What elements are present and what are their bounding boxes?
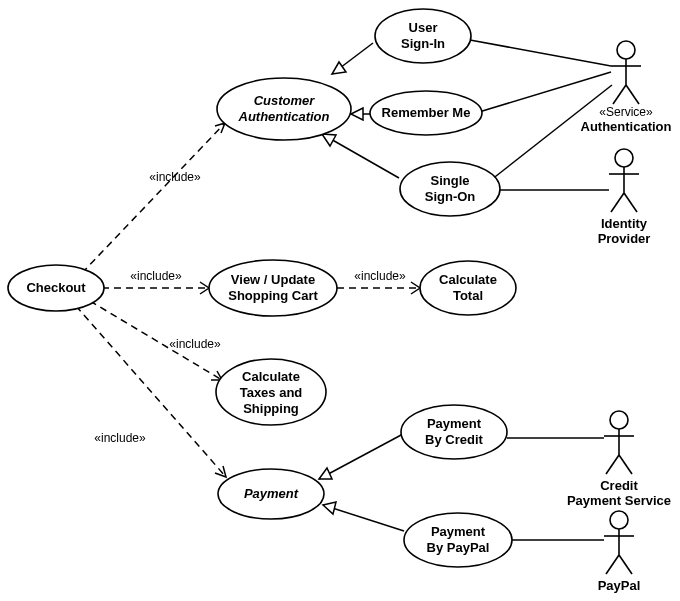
usecase-payment-by-credit: Payment By Credit bbox=[401, 405, 507, 459]
actor-authentication: «Service» Authentication bbox=[581, 41, 672, 134]
svg-text:«include»: «include» bbox=[130, 269, 182, 283]
svg-text:«include»: «include» bbox=[169, 337, 221, 351]
svg-text:Remember Me: Remember Me bbox=[382, 105, 471, 120]
actor-authentication-label: Authentication bbox=[581, 119, 672, 134]
usecase-payment: Payment bbox=[218, 469, 324, 519]
svg-line-19 bbox=[619, 555, 632, 574]
svg-text:«include»: «include» bbox=[354, 269, 406, 283]
usecase-payment-by-paypal: Payment By PayPal bbox=[404, 513, 512, 567]
gen-credit-to-payment bbox=[319, 434, 403, 479]
usecase-calculate-taxes-shipping: Calculate Taxes and Shipping bbox=[216, 359, 326, 425]
actor-credit-label1: Credit bbox=[600, 478, 638, 493]
gen-signin-to-auth bbox=[332, 43, 373, 74]
actor-credit-payment-service: Credit Payment Service bbox=[567, 411, 671, 508]
usecase-diagram: «Service» Authentication Identity Provid… bbox=[0, 0, 680, 601]
svg-text:User: User bbox=[409, 20, 438, 35]
svg-text:View / Update: View / Update bbox=[231, 272, 315, 287]
svg-marker-37 bbox=[319, 468, 332, 479]
usecase-user-signin: User Sign-In bbox=[375, 9, 471, 63]
svg-point-0 bbox=[617, 41, 635, 59]
svg-text:Calculate: Calculate bbox=[439, 272, 497, 287]
svg-text:Shopping Cart: Shopping Cart bbox=[228, 288, 318, 303]
include-checkout-to-cart: «include» bbox=[102, 269, 209, 294]
usecase-customer-authentication: Customer Authentication bbox=[217, 78, 351, 140]
include-checkout-to-auth: «include» bbox=[82, 123, 225, 273]
assoc-auth-signin bbox=[470, 40, 611, 66]
svg-text:Single: Single bbox=[430, 173, 469, 188]
actor-idp-label2: Provider bbox=[598, 231, 651, 246]
svg-line-8 bbox=[611, 193, 624, 212]
actor-paypal: PayPal bbox=[598, 511, 641, 593]
include-checkout-to-payment: «include» bbox=[76, 306, 226, 477]
svg-point-10 bbox=[610, 411, 628, 429]
svg-text:Customer: Customer bbox=[254, 93, 316, 108]
usecase-remember-me: Remember Me bbox=[370, 91, 482, 135]
usecase-single-signon: Single Sign-On bbox=[400, 162, 500, 216]
svg-line-38 bbox=[323, 505, 404, 531]
actor-identity-provider: Identity Provider bbox=[598, 149, 651, 246]
svg-text:Checkout: Checkout bbox=[26, 280, 86, 295]
svg-line-13 bbox=[606, 455, 619, 474]
actor-credit-label2: Payment Service bbox=[567, 493, 671, 508]
svg-line-3 bbox=[613, 85, 626, 104]
include-cart-to-total: «include» bbox=[337, 269, 420, 294]
svg-marker-33 bbox=[351, 108, 363, 120]
svg-text:Sign-In: Sign-In bbox=[401, 36, 445, 51]
usecase-view-update-cart: View / Update Shopping Cart bbox=[209, 260, 337, 316]
usecase-checkout: Checkout bbox=[8, 265, 104, 311]
svg-line-36 bbox=[319, 434, 403, 479]
svg-line-4 bbox=[626, 85, 639, 104]
svg-text:Taxes and: Taxes and bbox=[240, 385, 303, 400]
gen-remember-to-auth bbox=[351, 108, 371, 120]
svg-text:Sign-On: Sign-On bbox=[425, 189, 476, 204]
svg-point-5 bbox=[615, 149, 633, 167]
svg-text:Payment: Payment bbox=[431, 524, 486, 539]
svg-marker-35 bbox=[322, 134, 336, 146]
svg-line-9 bbox=[624, 193, 637, 212]
usecase-calculate-total: Calculate Total bbox=[420, 261, 516, 315]
svg-line-20 bbox=[82, 123, 225, 273]
actor-idp-label1: Identity bbox=[601, 216, 648, 231]
include-checkout-to-taxes: «include» bbox=[90, 301, 222, 380]
actor-paypal-label: PayPal bbox=[598, 578, 641, 593]
actor-authentication-stereo: «Service» bbox=[599, 105, 653, 119]
gen-paypal-to-payment bbox=[323, 502, 404, 531]
svg-text:Total: Total bbox=[453, 288, 483, 303]
svg-line-26 bbox=[76, 306, 226, 477]
svg-text:Calculate: Calculate bbox=[242, 369, 300, 384]
assoc-auth-remember bbox=[479, 72, 611, 112]
gen-sso-to-auth bbox=[322, 134, 399, 178]
svg-point-15 bbox=[610, 511, 628, 529]
svg-line-14 bbox=[619, 455, 632, 474]
svg-text:Payment: Payment bbox=[427, 416, 482, 431]
svg-text:By PayPal: By PayPal bbox=[427, 540, 490, 555]
svg-text:«include»: «include» bbox=[149, 170, 201, 184]
svg-text:By Credit: By Credit bbox=[425, 432, 483, 447]
svg-text:Authentication: Authentication bbox=[238, 109, 330, 124]
svg-marker-39 bbox=[323, 502, 336, 514]
svg-line-18 bbox=[606, 555, 619, 574]
svg-text:«include»: «include» bbox=[94, 431, 146, 445]
svg-text:Shipping: Shipping bbox=[243, 401, 299, 416]
svg-marker-31 bbox=[332, 62, 346, 74]
svg-text:Payment: Payment bbox=[244, 486, 299, 501]
